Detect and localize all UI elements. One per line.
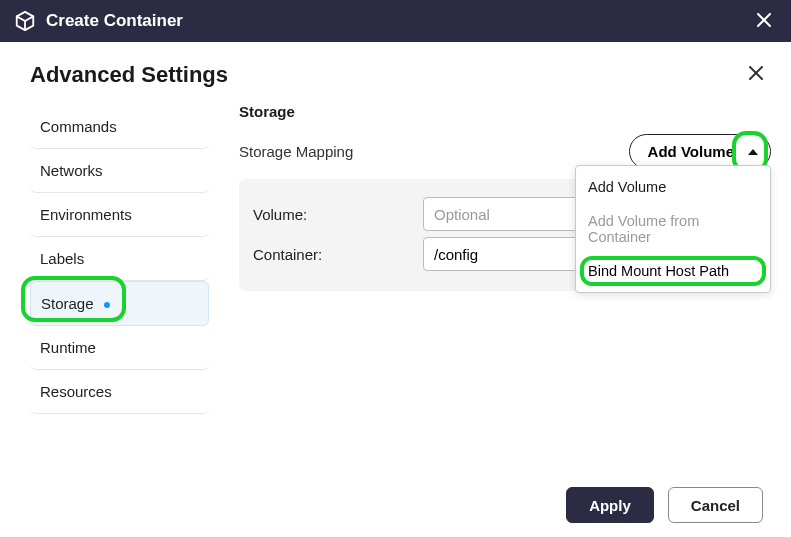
mapping-row: Storage Mapping Add Volume [239,134,771,169]
sidebar-item-label: Commands [40,118,117,135]
apply-button[interactable]: Apply [566,487,654,523]
content: Commands Networks Environments Labels St… [0,99,791,414]
main-pane: Storage Storage Mapping Add Volume Volum… [215,99,771,414]
cancel-button[interactable]: Cancel [668,487,763,523]
dropdown-item-add-volume-from-container: Add Volume from Container [576,204,770,254]
cube-icon [14,10,36,32]
dropdown-item-label: Add Volume from Container [588,213,699,245]
dropdown-item-add-volume[interactable]: Add Volume [576,170,770,204]
add-volume-dropdown: Add Volume Add Volume from Container Bin… [575,165,771,293]
titlebar-title: Create Container [46,11,751,31]
modified-dot-icon [104,302,110,308]
subtitle-row: Advanced Settings [0,42,791,99]
sidebar-item-label: Storage [41,295,94,312]
dialog-close-button[interactable] [743,60,769,89]
sidebar-item-resources[interactable]: Resources [30,370,209,414]
apply-label: Apply [589,497,631,514]
sidebar-item-labels[interactable]: Labels [30,237,209,281]
dropdown-item-label: Add Volume [588,179,666,195]
sidebar: Commands Networks Environments Labels St… [20,99,215,414]
add-volume-button[interactable]: Add Volume [629,134,771,169]
sidebar-item-label: Resources [40,383,112,400]
sidebar-item-label: Networks [40,162,103,179]
section-title: Storage [239,103,771,120]
sidebar-item-storage[interactable]: Storage [30,281,209,326]
titlebar-close-button[interactable] [751,7,777,36]
volume-label: Volume: [253,206,423,223]
page-title: Advanced Settings [30,62,743,88]
sidebar-item-environments[interactable]: Environments [30,193,209,237]
sidebar-item-label: Labels [40,250,84,267]
sidebar-item-label: Environments [40,206,132,223]
titlebar: Create Container [0,0,791,42]
chevron-up-icon [748,149,758,155]
mapping-label: Storage Mapping [239,143,629,160]
sidebar-item-runtime[interactable]: Runtime [30,326,209,370]
dropdown-item-bind-mount-host-path[interactable]: Bind Mount Host Path [576,254,770,288]
cancel-label: Cancel [691,497,740,514]
container-label: Container: [253,246,423,263]
footer: Apply Cancel [566,487,763,523]
sidebar-item-label: Runtime [40,339,96,356]
sidebar-item-networks[interactable]: Networks [30,149,209,193]
dropdown-item-label: Bind Mount Host Path [588,263,729,279]
add-volume-label: Add Volume [648,143,734,160]
sidebar-item-commands[interactable]: Commands [30,105,209,149]
